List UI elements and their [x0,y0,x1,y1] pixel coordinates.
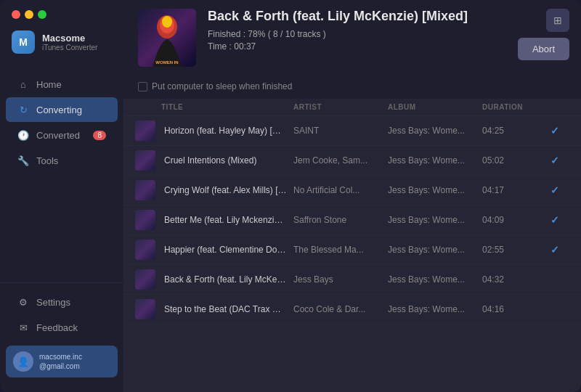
user-email-line1: macsome.inc [39,352,82,362]
table-row[interactable]: Back & Forth (feat. Lily McKenzie) [Mi..… [123,265,581,295]
user-info: macsome.inc @gmail.com [39,352,82,371]
sidebar-item-home[interactable]: ⌂ Home [6,72,118,97]
track-artist: Saffron Stone [293,215,388,225]
track-thumbnail [135,210,155,230]
row-thumb [135,299,161,319]
col-status [540,103,569,111]
track-artist: The Blessed Ma... [293,245,388,255]
track-artist: Coco Cole & Dar... [293,304,388,314]
check-icon: ✓ [550,214,559,226]
main-header: WOMEN IN Back & Forth (feat. Lily McKenz… [123,0,581,99]
sidebar-item-settings[interactable]: ⚙ Settings [6,290,118,314]
brand-area: M Macsome iTunes Converter [0,26,123,65]
close-button[interactable] [12,10,20,19]
track-album: Jess Bays: Wome... [388,185,482,195]
table-row[interactable]: Crying Wolf (feat. Alex Mills) [Mixed] N… [123,176,581,205]
window-controls [0,0,123,26]
sidebar: M Macsome iTunes Converter ⌂ Home ↻ Conv… [0,0,123,392]
user-section[interactable]: 👤 macsome.inc @gmail.com [6,346,118,377]
track-title: Cruel Intentions (Mixed) [161,155,293,166]
sleep-checkbox-label[interactable]: Put computer to sleep when finished [138,81,292,91]
track-artist: Jem Cooke, Sam... [293,155,388,166]
sidebar-item-converted[interactable]: 🕐 Converted 8 [6,123,118,147]
sidebar-item-feedback[interactable]: ✉ Feedback [6,315,118,340]
sidebar-item-label: Home [36,79,62,90]
time-text: Time : 00:37 [208,41,566,52]
track-artist: Jess Bays [293,274,388,285]
track-status: ✓ [540,214,569,226]
thumb-bg [135,121,155,141]
minimize-button[interactable] [25,10,33,19]
thumb-bg [135,210,155,230]
track-album: Jess Bays: Wome... [388,274,482,285]
track-album: Jess Bays: Wome... [388,155,482,166]
progress-text: Finished : 78% ( 8 / 10 tracks ) [208,29,566,39]
header-controls: Put computer to sleep when finished [138,75,566,99]
row-thumb [135,150,161,171]
brand-text: Macsome iTunes Converter [42,33,97,52]
export-icon-button[interactable]: ⊞ [546,9,569,32]
user-email-line2: @gmail.com [39,362,82,371]
svg-text:WOMEN IN: WOMEN IN [155,60,178,65]
album-art-svg: WOMEN IN [138,9,196,67]
thumb-bg [135,150,155,171]
track-table: TITLE ARTIST ALBUM DURATION Horizon (fea… [123,99,581,392]
track-duration: 04:17 [482,185,540,195]
track-thumbnail [135,299,155,319]
thumb-bg [135,269,155,290]
sidebar-item-tools[interactable]: 🔧 Tools [6,148,118,173]
album-art-bg: WOMEN IN [138,9,196,67]
track-title: Step to the Beat (DAC Trax Mix) [Mixed] [161,304,293,314]
maximize-button[interactable] [38,10,46,19]
brand-icon: M [12,30,35,54]
home-icon: ⌂ [17,78,29,90]
brand-name: Macsome [42,33,97,44]
row-thumb [135,210,161,230]
track-title: Crying Wolf (feat. Alex Mills) [Mixed] [161,185,293,195]
sidebar-item-label: Tools [36,155,58,166]
track-duration: 04:25 [482,126,540,136]
track-title: Horizon (feat. Hayley May) [Mixed] [161,126,293,136]
tools-icon: 🔧 [17,155,29,166]
track-duration: 02:55 [482,245,540,255]
track-status: ✓ [540,184,569,196]
row-thumb [135,240,161,260]
converted-badge: 8 [93,131,106,140]
check-icon: ✓ [550,155,559,166]
thumb-bg [135,180,155,200]
track-album: Jess Bays: Wome... [388,215,482,225]
track-duration: 04:09 [482,215,540,225]
header-info: Back & Forth (feat. Lily McKenzie) [Mixe… [208,9,566,52]
track-thumbnail [135,121,155,141]
table-row[interactable]: Cruel Intentions (Mixed) Jem Cooke, Sam.… [123,146,581,176]
track-album: Jess Bays: Wome... [388,126,482,136]
converted-icon: 🕐 [17,129,29,141]
sidebar-item-converting[interactable]: ↻ Converting [6,97,118,122]
table-row[interactable]: Better Me (feat. Lily Mckenzie) [Mixed] … [123,205,581,235]
table-row[interactable]: Horizon (feat. Hayley May) [Mixed] SAINT… [123,116,581,146]
track-thumbnail [135,269,155,290]
table-row[interactable]: Happier (feat. Clementine Douglas) [.. T… [123,235,581,265]
check-icon: ✓ [550,184,559,196]
table-body: Horizon (feat. Hayley May) [Mixed] SAINT… [123,116,581,324]
track-duration: 05:02 [482,155,540,166]
check-icon: ✓ [550,244,559,256]
table-header: TITLE ARTIST ALBUM DURATION [123,99,581,116]
row-thumb [135,180,161,200]
main-content: WOMEN IN Back & Forth (feat. Lily McKenz… [123,0,581,392]
track-status: ✓ [540,125,569,136]
abort-button[interactable]: Abort [518,38,569,60]
track-duration: 04:16 [482,304,540,314]
track-status: ✓ [540,155,569,166]
table-row[interactable]: Step to the Beat (DAC Trax Mix) [Mixed] … [123,295,581,324]
feedback-icon: ✉ [17,322,29,333]
brand-subtitle: iTunes Converter [42,44,97,52]
track-thumbnail [135,240,155,260]
row-thumb [135,269,161,290]
thumb-bg [135,240,155,260]
sleep-label-text: Put computer to sleep when finished [152,81,292,91]
header-action: ⊞ Abort [518,9,569,60]
sleep-checkbox[interactable] [138,82,147,91]
track-album: Jess Bays: Wome... [388,304,482,314]
svg-point-4 [162,16,172,28]
